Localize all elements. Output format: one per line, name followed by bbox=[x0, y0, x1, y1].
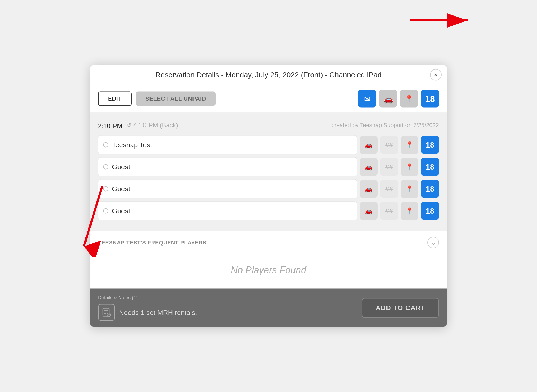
cart-btn-3[interactable]: 🚗 bbox=[360, 202, 378, 220]
frequent-title: TEESNAP TEST'S FREQUENT PLAYERS bbox=[98, 239, 207, 246]
bottom-bar: Details & Notes (1) Needs 1 bbox=[90, 289, 447, 327]
holes-count-2: 18 bbox=[421, 180, 439, 198]
player-name-3: Guest bbox=[112, 207, 130, 215]
holes-count-1: 18 bbox=[421, 158, 439, 176]
close-button[interactable]: × bbox=[430, 69, 442, 81]
toolbar: EDIT SELECT ALL UNPAID ✉ 🚗 📍 18 bbox=[90, 85, 447, 113]
pin-icon-1: 📍 bbox=[406, 163, 414, 171]
golf-cart-icon: 🚗 bbox=[383, 94, 393, 103]
player-radio-2[interactable] bbox=[103, 186, 108, 192]
main-content: 2:10 PM ↺ 4:10 PM (Back) created by Tees… bbox=[90, 113, 447, 231]
player-radio-3[interactable] bbox=[103, 208, 108, 214]
toolbar-right: ✉ 🚗 📍 18 bbox=[358, 90, 439, 108]
reservation-modal: Reservation Details - Monday, July 25, 2… bbox=[90, 65, 447, 327]
pin-icon-3: 📍 bbox=[406, 207, 414, 215]
player-row: Guest 🚗 ## 📍 18 bbox=[98, 202, 439, 220]
cart-icon-3: 🚗 bbox=[365, 207, 373, 215]
golf-cart-button[interactable]: 🚗 bbox=[379, 90, 397, 108]
holes-count-0: 18 bbox=[421, 136, 439, 154]
holes-count-3: 18 bbox=[421, 202, 439, 220]
player-input-2[interactable]: Guest bbox=[98, 179, 357, 198]
player-name-2: Guest bbox=[112, 185, 130, 193]
player-row: Guest 🚗 ## 📍 18 bbox=[98, 179, 439, 198]
red-arrow-right bbox=[407, 10, 475, 31]
tee-time: 2:10 PM bbox=[98, 120, 122, 130]
created-by: created by Teesnap Support on 7/25/2022 bbox=[332, 122, 439, 128]
player-name-1: Guest bbox=[112, 163, 130, 171]
cart-btn-1[interactable]: 🚗 bbox=[360, 158, 378, 176]
pin-icon-2: 📍 bbox=[406, 185, 414, 193]
notes-text: Needs 1 set MRH rentals. bbox=[119, 308, 197, 317]
chevron-down-icon: ⌄ bbox=[430, 239, 436, 246]
hash-btn-1[interactable]: ## bbox=[380, 158, 398, 176]
player-radio-1[interactable] bbox=[103, 164, 108, 170]
player-input-0[interactable]: Teesnap Test bbox=[98, 135, 357, 154]
hash-btn-2[interactable]: ## bbox=[380, 180, 398, 198]
notes-icon bbox=[98, 304, 115, 321]
back-time: ↺ 4:10 PM (Back) bbox=[126, 121, 178, 129]
cart-btn-2[interactable]: 🚗 bbox=[360, 180, 378, 198]
player-input-1[interactable]: Guest bbox=[98, 157, 357, 176]
frequent-players-section: TEESNAP TEST'S FREQUENT PLAYERS ⌄ No Pla… bbox=[90, 231, 447, 289]
title-bar: Reservation Details - Monday, July 25, 2… bbox=[90, 65, 447, 85]
edit-button[interactable]: EDIT bbox=[98, 92, 132, 106]
player-radio-0[interactable] bbox=[103, 142, 108, 148]
cart-icon-1: 🚗 bbox=[365, 163, 373, 171]
email-button[interactable]: ✉ bbox=[358, 90, 376, 108]
player-name-0: Teesnap Test bbox=[112, 141, 152, 149]
pin-icon-0: 📍 bbox=[406, 141, 414, 149]
cart-btn-0[interactable]: 🚗 bbox=[360, 136, 378, 154]
hash-btn-3[interactable]: ## bbox=[380, 202, 398, 220]
notes-label: Details & Notes (1) bbox=[98, 295, 197, 301]
hash-btn-0[interactable]: ## bbox=[380, 136, 398, 154]
cart-icon-2: 🚗 bbox=[365, 185, 373, 193]
location-btn-0[interactable]: 📍 bbox=[401, 136, 418, 154]
location-btn-1[interactable]: 📍 bbox=[401, 158, 418, 176]
location-btn-2[interactable]: 📍 bbox=[401, 180, 418, 198]
email-icon: ✉ bbox=[364, 94, 370, 103]
select-all-unpaid-button[interactable]: SELECT ALL UNPAID bbox=[136, 92, 216, 106]
frequent-header: TEESNAP TEST'S FREQUENT PLAYERS ⌄ bbox=[90, 231, 447, 254]
chevron-down-button[interactable]: ⌄ bbox=[427, 237, 439, 248]
time-header: 2:10 PM ↺ 4:10 PM (Back) created by Tees… bbox=[98, 120, 439, 130]
location-button[interactable]: 📍 bbox=[400, 90, 418, 108]
cart-icon-0: 🚗 bbox=[365, 141, 373, 149]
player-row: Guest 🚗 ## 📍 18 bbox=[98, 157, 439, 176]
add-to-cart-button[interactable]: ADD TO CART bbox=[362, 298, 439, 318]
players-list: Teesnap Test 🚗 ## 📍 18 Guest 🚗 bbox=[98, 135, 439, 220]
notes-section: Details & Notes (1) Needs 1 bbox=[98, 295, 197, 321]
refresh-icon: ↺ bbox=[126, 122, 131, 128]
hole-count-badge: 18 bbox=[421, 90, 439, 108]
player-row: Teesnap Test 🚗 ## 📍 18 bbox=[98, 135, 439, 154]
player-input-3[interactable]: Guest bbox=[98, 202, 357, 220]
location-btn-3[interactable]: 📍 bbox=[401, 202, 418, 220]
time-left: 2:10 PM ↺ 4:10 PM (Back) bbox=[98, 120, 178, 130]
modal-title: Reservation Details - Monday, July 25, 2… bbox=[155, 71, 382, 79]
no-players-text: No Players Found bbox=[90, 254, 447, 289]
location-icon: 📍 bbox=[405, 95, 413, 103]
